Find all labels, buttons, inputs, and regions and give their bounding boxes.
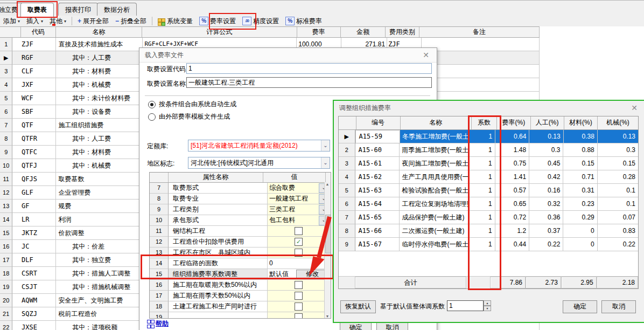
measure-coefficient-cell[interactable]: 1	[468, 238, 495, 251]
fee-table-header: 代码 名称 计算公式 费率 金额 费用类别 备注	[0, 26, 540, 38]
radio-auto-generate[interactable]: 按条件组合由系统自动生成	[148, 100, 236, 109]
scroll-up-icon[interactable]: ▲	[325, 182, 330, 186]
row-number: 7	[339, 211, 355, 224]
property-row[interactable]: 11钢结构工程	[150, 226, 331, 237]
property-name: 土建工程施工和生产同时进行	[169, 301, 268, 312]
property-row[interactable]: 19	[150, 312, 331, 319]
checkbox[interactable]: ✓	[295, 238, 303, 246]
tree-gutter	[12, 119, 20, 132]
table-row[interactable]: 3A15-61夜间施工增加费(一般土建)10.750.450.150.15	[339, 157, 638, 170]
fee-name-cell: 价款调整	[56, 226, 143, 240]
main-toolbar: 添加▾ 插入▾ 其他▾ +展开全部 −折叠全部 系统变量 %费率设置 .00精度…	[0, 16, 644, 26]
measure-coefficient-cell[interactable]: 1	[468, 224, 495, 238]
table-row[interactable]: 2A15-60雨季施工增加费(一般土建)11.480.30.880.3	[339, 143, 638, 157]
col-header-labor-pct: 人工(%)	[531, 116, 564, 129]
checkbox[interactable]	[295, 313, 303, 319]
rate-settings-label: 费率设置	[210, 17, 236, 26]
collapse-all-label: 折叠全部	[121, 17, 146, 26]
measure-code-cell: A15-65	[355, 211, 400, 224]
table-row[interactable]: ▶A15-59冬季施工增加费(一般土建)10.640.130.380.13	[339, 130, 638, 143]
property-row-number: 8	[150, 194, 169, 204]
insert-menu-button[interactable]: 插入▾	[23, 16, 46, 26]
expand-all-button[interactable]: +展开全部	[74, 16, 112, 26]
collapse-all-button[interactable]: −折叠全部	[112, 16, 150, 26]
cancel-button[interactable]: 取消	[601, 300, 636, 313]
col-header-amount: 金额	[341, 27, 386, 37]
row-number: 12	[0, 186, 12, 200]
measure-machine-cell: 0.3	[598, 143, 638, 157]
scrollbar-thumb[interactable]	[325, 215, 331, 253]
property-row[interactable]: 9工程类别三类工程⌄	[150, 204, 331, 215]
property-row[interactable]: 12工程造价中扣除甲供费用✓	[150, 237, 331, 248]
row-number: 1	[0, 38, 12, 51]
toolbar-separator	[72, 17, 72, 25]
checkbox[interactable]	[295, 302, 303, 311]
modify-button[interactable]: 修改	[296, 270, 328, 279]
property-row[interactable]: 15组织措施费率系数调整默认值修改	[150, 269, 331, 280]
measure-coefficient-cell[interactable]: 1	[468, 184, 495, 197]
tab-data-analysis[interactable]: 数据分析	[97, 3, 137, 16]
measure-coefficient-cell[interactable]: 1	[468, 170, 495, 184]
measure-coefficient-cell[interactable]: 1	[468, 157, 495, 170]
standard-rates-button[interactable]: %标准费率	[282, 16, 325, 26]
tab-fee-table[interactable]: 取费表	[20, 3, 54, 17]
tree-gutter	[12, 267, 20, 280]
close-icon[interactable]: ✕	[629, 101, 640, 115]
measure-coefficient-cell[interactable]: 1	[468, 211, 495, 224]
rate-settings-button[interactable]: %费率设置	[196, 16, 239, 26]
table-row[interactable]: 8A15-66二次搬运费(一般土建)11.20.3700.83	[339, 224, 638, 238]
other-menu-button[interactable]: 其他▾	[46, 16, 69, 26]
property-row[interactable]: 18土建工程施工和生产同时进行	[150, 301, 331, 312]
table-row[interactable]: 5A15-63检验试验配合费(一般土建)10.570.160.310.1	[339, 184, 638, 197]
property-row[interactable]: 16施工期在取暖期天数50%以内	[150, 280, 331, 291]
tab-report-print[interactable]: 报表打印	[58, 3, 98, 16]
restore-default-button[interactable]: 恢复默认	[340, 300, 376, 313]
property-row[interactable]: 13工程不在市区、县城区域内	[150, 248, 331, 258]
fee-code-cell: QTFR	[20, 132, 56, 146]
property-row[interactable]: 17施工期在雨季天数50%以内	[150, 291, 331, 301]
factor-spinner[interactable]: ▲ ▼	[484, 300, 491, 311]
checkbox[interactable]	[295, 281, 303, 289]
table-row[interactable]: 6A15-64工程定位复测场地清理费(一般土建)10.650.320.230.1	[339, 197, 638, 211]
spinner-up-icon[interactable]: ▲	[484, 300, 491, 306]
measure-coefficient-cell[interactable]: 1	[468, 197, 495, 211]
quota-library-select[interactable]: [51]河北省建筑工程消耗量定额(2012) ⌄	[188, 140, 330, 152]
tree-gutter	[12, 159, 20, 173]
scroll-down-icon[interactable]: ▼	[325, 314, 330, 318]
checkbox[interactable]	[295, 227, 303, 235]
region-flag-select[interactable]: 河北传统:[传统模式]河北通用 ⌄	[188, 157, 330, 169]
toolbar-separator	[152, 17, 152, 25]
help-link[interactable]: 帮助	[147, 319, 169, 328]
add-menu-button[interactable]: 添加▾	[0, 16, 23, 26]
precision-settings-button[interactable]: .00精度设置	[239, 16, 282, 26]
table-row[interactable]: 4A15-62生产工具用具使用费(一般土建)11.410.420.710.28	[339, 170, 638, 184]
col-header-rate-pct: 费率(%)	[497, 116, 530, 129]
property-row[interactable]: 10承包形式包工包料⌄	[150, 215, 331, 226]
col-header-property-name: 属性名称	[169, 173, 263, 182]
row-number: 3	[339, 157, 355, 170]
spinner-down-icon[interactable]: ▼	[484, 306, 491, 311]
property-row[interactable]: 8取费专业一般建筑工程⌄	[150, 194, 331, 204]
factor-input[interactable]	[447, 300, 484, 311]
chevron-down-icon: ▾	[41, 19, 43, 24]
col-header-material-pct: 材料(%)	[564, 116, 598, 129]
radio-external-template[interactable]: 由外部费率模板文件生成	[148, 112, 230, 121]
checkbox[interactable]	[295, 292, 303, 300]
fee-name-cell: 税前工程造价	[56, 307, 143, 321]
close-icon[interactable]: ✕	[421, 48, 431, 62]
system-variables-button[interactable]: 系统变量	[155, 16, 196, 26]
checkbox[interactable]	[295, 249, 303, 257]
fee-name-input[interactable]	[186, 77, 432, 88]
property-name: 施工期在取暖期天数50%以内	[169, 280, 268, 291]
property-row[interactable]: 7取费形式综合取费⌄	[150, 183, 331, 194]
property-row[interactable]: 14工程临路的面数0	[150, 258, 331, 269]
ok-button[interactable]: 确定	[563, 300, 597, 313]
measure-code-cell: A15-67	[355, 238, 400, 251]
fee-code-cell: RGF	[20, 51, 56, 65]
table-row[interactable]: 7A15-65成品保护费(一般土建)10.720.360.290.07	[339, 211, 638, 224]
property-grid-scrollbar[interactable]: ▲ ▼	[324, 182, 331, 318]
measure-coefficient-cell[interactable]: 1	[469, 130, 495, 143]
table-row[interactable]: 9A15-67临时停水停电费(一般土建)10.440.2200.22	[339, 238, 638, 251]
measure-coefficient-cell[interactable]: 1	[468, 143, 495, 157]
fee-code-input[interactable]	[186, 63, 432, 74]
